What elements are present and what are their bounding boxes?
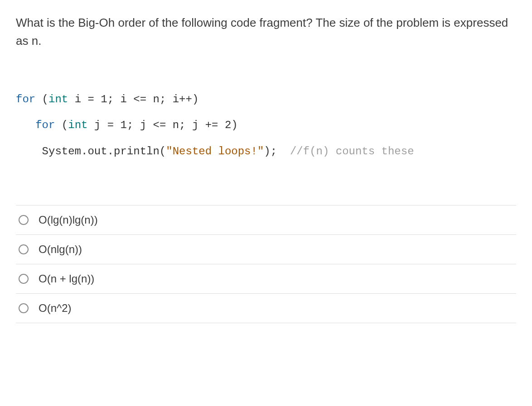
option-1[interactable]: O(lg(n)lg(n)) (16, 205, 516, 234)
string-literal: "Nested loops!" (166, 145, 264, 158)
type-int: int (48, 93, 68, 105)
radio-icon (19, 244, 29, 254)
question-text: What is the Big-Oh order of the followin… (16, 14, 516, 50)
answer-options: O(lg(n)lg(n)) O(nlg(n)) O(n + lg(n)) O(n… (16, 205, 516, 323)
code-line-3: System.out.println("Nested loops!"); //f… (16, 145, 414, 158)
code-text: ); (264, 145, 290, 158)
radio-icon (19, 303, 29, 313)
keyword-for: for (35, 119, 55, 131)
option-label: O(lg(n)lg(n)) (39, 214, 98, 226)
code-indent (16, 145, 42, 158)
code-text: j = 1; j <= n; j += 2) (87, 119, 237, 131)
code-text: i = 1; i <= n; i++) (68, 93, 198, 105)
comment: //f(n) counts these (290, 145, 414, 158)
option-label: O(n^2) (39, 302, 72, 315)
option-label: O(nlg(n)) (39, 243, 82, 256)
code-line-1: for (int i = 1; i <= n; i++) (16, 93, 198, 105)
code-text: ( (55, 119, 68, 131)
code-line-2: for (int j = 1; j <= n; j += 2) (16, 119, 238, 131)
code-indent (16, 119, 35, 131)
radio-icon (19, 215, 29, 225)
option-2[interactable]: O(nlg(n)) (16, 234, 516, 264)
option-label: O(n + lg(n)) (39, 272, 94, 285)
radio-icon (19, 274, 29, 284)
option-4[interactable]: O(n^2) (16, 293, 516, 323)
code-fragment: for (int i = 1; i <= n; i++) for (int j … (16, 86, 516, 165)
type-int: int (68, 119, 87, 131)
keyword-for: for (16, 93, 35, 105)
code-text: System.out.println( (42, 145, 166, 158)
option-3[interactable]: O(n + lg(n)) (16, 264, 516, 293)
code-text: ( (35, 93, 48, 105)
